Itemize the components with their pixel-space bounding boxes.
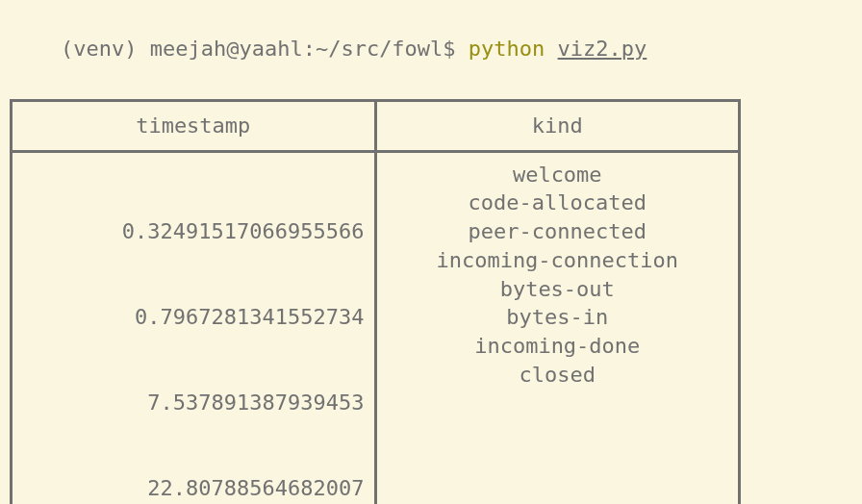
command-arg: viz2.py bbox=[558, 37, 647, 61]
col-header-timestamp: timestamp bbox=[12, 101, 376, 152]
command-name: python bbox=[469, 37, 545, 61]
output-table: timestamp kind 0.32491517066955566 0.796… bbox=[10, 99, 741, 504]
user-host: meejah@yaahl bbox=[150, 37, 303, 61]
prompt-line-1: (venv) meejah@yaahl:~/src/fowl$ python v… bbox=[0, 0, 862, 95]
output-table-wrap: timestamp kind 0.32491517066955566 0.796… bbox=[0, 95, 862, 504]
cell-kind: welcome code-allocated peer-connected in… bbox=[375, 151, 740, 504]
venv-indicator: (venv) bbox=[61, 37, 150, 61]
col-header-kind: kind bbox=[375, 101, 740, 152]
cwd-path: :~/src/fowl$ bbox=[303, 37, 456, 61]
cell-timestamp: 0.32491517066955566 0.7967281341552734 7… bbox=[12, 151, 376, 504]
